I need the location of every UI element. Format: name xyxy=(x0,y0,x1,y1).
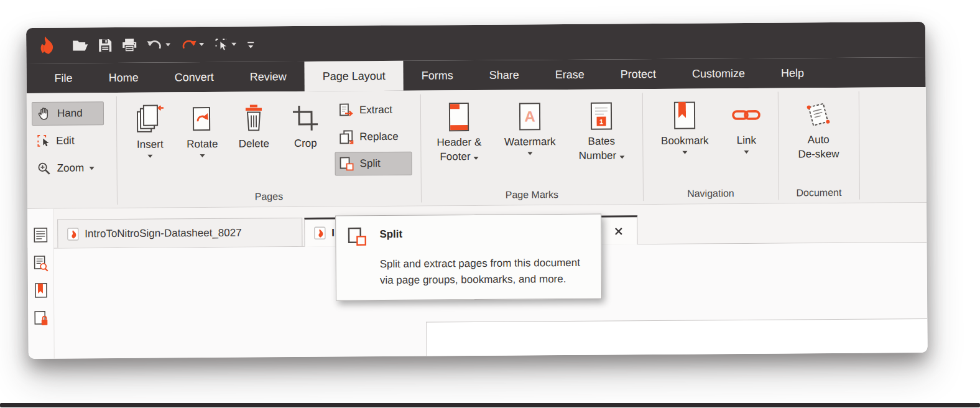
app-window: File Home Convert Review Page Layout For… xyxy=(26,22,928,359)
zoom-icon xyxy=(37,161,52,175)
titlebar[interactable] xyxy=(26,22,925,63)
bates-number-button[interactable]: 1 Bates Number xyxy=(574,94,629,194)
select-tool-button[interactable] xyxy=(209,32,241,57)
bates-number-icon: 1 xyxy=(591,98,612,134)
tab-erase[interactable]: Erase xyxy=(537,60,603,90)
print-icon xyxy=(122,38,137,52)
redo-button[interactable] xyxy=(175,32,209,57)
link-button[interactable]: Link xyxy=(728,93,765,193)
edit-tool-button[interactable]: Edit xyxy=(32,129,104,153)
watermark-button[interactable]: A Watermark xyxy=(497,95,563,195)
extract-pages-button[interactable]: Extract xyxy=(335,98,412,123)
page-marks-group-label: Page Marks xyxy=(421,188,643,201)
rotate-label: Rotate xyxy=(187,137,218,151)
delete-label: Delete xyxy=(239,136,269,151)
tab-forms[interactable]: Forms xyxy=(404,60,471,91)
tab-protect[interactable]: Protect xyxy=(603,59,674,90)
rotate-pages-button[interactable]: Rotate xyxy=(178,97,226,197)
delete-pages-button[interactable]: Delete xyxy=(230,96,278,197)
insert-label: Insert xyxy=(137,137,164,152)
bookmark-dropdown-arrow-icon[interactable] xyxy=(682,151,687,154)
quick-access-toolbar xyxy=(67,26,260,63)
tooltip-body: Split and extract pages from this docume… xyxy=(380,255,585,289)
split-tooltip: Split Split and extract pages from this … xyxy=(335,214,602,301)
tab-review[interactable]: Review xyxy=(231,62,304,92)
document-page[interactable] xyxy=(426,318,927,356)
replace-pages-icon xyxy=(339,129,354,144)
pages-small-buttons: Extract Replace xyxy=(335,98,412,179)
edit-tool-label: Edit xyxy=(56,135,74,147)
watermark-icon: A xyxy=(519,98,540,134)
tab-customize[interactable]: Customize xyxy=(674,58,763,89)
tab-convert[interactable]: Convert xyxy=(156,62,231,93)
hand-tool-label: Hand xyxy=(57,107,83,119)
zoom-dropdown-arrow-icon[interactable] xyxy=(90,167,95,170)
document-tab-label: I xyxy=(331,227,335,239)
save-button[interactable] xyxy=(93,33,117,58)
document-group-label: Document xyxy=(779,187,859,199)
search-pages-panel-button[interactable] xyxy=(32,254,50,272)
group-separator xyxy=(642,93,644,201)
page-thumbnails-panel-button[interactable] xyxy=(31,226,50,244)
rotate-dropdown-arrow-icon[interactable] xyxy=(200,154,205,157)
undo-icon xyxy=(147,39,163,51)
crop-pages-icon xyxy=(292,100,318,136)
bookmark-ribbon-icon xyxy=(678,102,686,118)
open-file-button[interactable] xyxy=(67,33,93,58)
tab-home[interactable]: Home xyxy=(90,63,156,93)
redo-dropdown-arrow-icon[interactable] xyxy=(199,43,204,46)
insert-dropdown-arrow-icon[interactable] xyxy=(147,155,152,158)
navigation-group-label: Navigation xyxy=(643,188,779,200)
crop-pages-button[interactable]: Crop xyxy=(282,96,330,197)
auto-deskew-label-line1: Auto xyxy=(808,132,830,147)
close-tab-button[interactable] xyxy=(612,225,624,237)
security-panel-button[interactable] xyxy=(32,309,50,328)
group-separator xyxy=(859,91,860,200)
open-folder-icon xyxy=(72,39,88,52)
tab-share[interactable]: Share xyxy=(471,60,537,90)
hand-icon xyxy=(37,106,52,121)
undo-button[interactable] xyxy=(142,32,175,57)
nitro-file-icon xyxy=(313,226,326,240)
split-pages-button[interactable]: Split xyxy=(335,152,412,176)
zoom-tool-button[interactable]: Zoom xyxy=(32,156,104,180)
insert-pages-icon xyxy=(136,101,164,137)
hand-tool-button[interactable]: Hand xyxy=(32,101,104,126)
page: File Home Convert Review Page Layout For… xyxy=(0,0,980,408)
print-button[interactable] xyxy=(117,32,142,57)
bookmarks-panel-button[interactable] xyxy=(32,281,50,300)
select-dropdown-arrow-icon[interactable] xyxy=(231,43,236,46)
document-tab-label: IntroToNitroSign-Datasheet_8027 xyxy=(85,226,241,240)
crop-label: Crop xyxy=(294,136,317,151)
page-thumbnails-icon xyxy=(33,227,48,243)
extract-label: Extract xyxy=(359,104,392,116)
header-footer-dropdown-arrow-icon[interactable] xyxy=(474,156,479,159)
bookmark-button[interactable]: Bookmark xyxy=(655,93,715,193)
tooltip-title: Split xyxy=(379,224,589,246)
tab-help[interactable]: Help xyxy=(763,58,822,88)
split-pages-icon xyxy=(339,156,354,171)
customize-quick-access-button[interactable] xyxy=(241,32,260,57)
pages-group-label: Pages xyxy=(117,190,421,203)
insert-pages-button[interactable]: Insert xyxy=(126,97,174,197)
select-cursor-icon xyxy=(214,37,229,52)
replace-pages-button[interactable]: Replace xyxy=(335,125,412,149)
nitro-logo-icon[interactable] xyxy=(36,36,56,56)
header-footer-button[interactable]: Header & Footer xyxy=(428,95,491,195)
close-icon xyxy=(614,226,623,236)
link-dropdown-arrow-icon[interactable] xyxy=(744,151,749,154)
link-icon xyxy=(732,97,760,133)
watermark-dropdown-arrow-icon[interactable] xyxy=(527,152,532,155)
undo-dropdown-arrow-icon[interactable] xyxy=(165,43,170,46)
bates-dropdown-arrow-icon[interactable] xyxy=(619,155,624,159)
save-icon xyxy=(98,39,112,52)
edit-icon xyxy=(37,134,50,148)
customize-toolbar-icon xyxy=(246,40,255,49)
auto-deskew-button[interactable]: Auto De-skew xyxy=(791,93,846,193)
tab-page-layout[interactable]: Page Layout xyxy=(304,61,403,91)
split-label: Split xyxy=(359,157,380,170)
document-tab[interactable]: IntroToNitroSign-Datasheet_8027 xyxy=(57,218,302,248)
tab-file[interactable]: File xyxy=(36,63,90,93)
zoom-tool-label: Zoom xyxy=(57,162,85,174)
bates-label-line2: Number xyxy=(579,148,617,162)
